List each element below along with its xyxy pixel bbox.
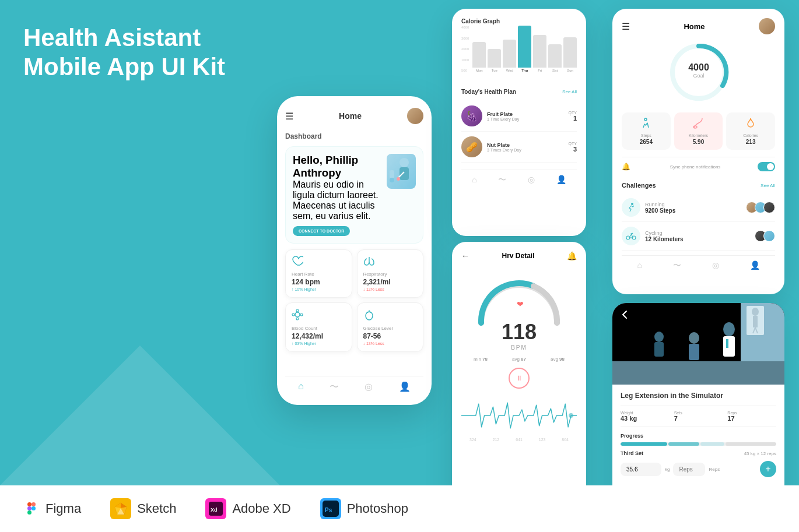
screen-hrv: ← Hrv Detail 🔔 ❤ 118 BPM min 78 avg 87 a… [452, 242, 586, 510]
nav-activity-icon[interactable]: 〜 [330, 381, 339, 393]
welcome-body: Mauris eu odio in ligula dictum laoreet.… [293, 179, 387, 221]
svg-rect-39 [654, 342, 664, 357]
health-plan-header: Today's Health Plan See All [461, 89, 577, 95]
menu-icon[interactable]: ☰ [285, 111, 293, 122]
svg-rect-37 [689, 344, 699, 360]
tool-sketch: Sketch [110, 498, 176, 519]
lung-icon [363, 256, 418, 269]
steps-icon [625, 117, 667, 132]
avatar[interactable] [407, 108, 423, 124]
svg-point-36 [689, 332, 699, 344]
glucose-icon [363, 309, 418, 323]
nav-fire[interactable]: ◎ [528, 175, 535, 185]
phone-dashboard: ☰ Home Dashboard Hello, Phillip Anthropy… [277, 96, 432, 405]
goal-circle: 4000 Goal [622, 40, 775, 104]
stat-respiratory[interactable]: Respiratory 2,321/ml ↓ 12% Less [357, 249, 424, 298]
app-title: Health Asistant Mobile App UI Kit [23, 23, 225, 82]
svg-text:❤: ❤ [517, 300, 524, 309]
challenge-running[interactable]: Running 9200 Steps [622, 193, 775, 222]
s4-nav-profile[interactable]: 👤 [750, 260, 760, 271]
svg-point-2 [400, 158, 409, 167]
calories-icon [730, 117, 772, 132]
activity-cards: Steps 2654 Kilometers 5.90 Calories 213 [622, 112, 775, 150]
tool-photoshop: Ps Photoshop [320, 498, 408, 519]
welcome-greeting: Hello, Phillip Anthropy [293, 154, 387, 179]
meal-nut[interactable]: 🥜 Nut Plate 3 Times Every Day QTY 3 [461, 132, 577, 163]
reps-input[interactable] [673, 463, 705, 476]
activity-calories[interactable]: Calories 213 [726, 112, 775, 150]
stat-blood-count[interactable]: Blood Count 12,432/ml ↑ 03% Higher [285, 302, 352, 352]
svg-rect-3 [400, 167, 409, 180]
svg-point-12 [296, 318, 299, 320]
nut-img: 🥜 [461, 136, 482, 157]
challenge-cycling[interactable]: Cycling 12 Kilometers [622, 222, 775, 251]
see-all-health[interactable]: See All [562, 89, 577, 94]
calorie-graph-title: Calorie Graph [461, 18, 577, 24]
running-avatars [746, 202, 775, 213]
svg-rect-40 [27, 502, 31, 506]
svg-point-29 [752, 308, 759, 316]
input-row: kg Reps + [621, 461, 776, 477]
svg-point-11 [292, 313, 295, 316]
connect-button[interactable]: CONNECT TO DOCTOR [293, 226, 350, 236]
photoshop-icon: Ps [320, 498, 341, 519]
svg-rect-34 [723, 336, 735, 357]
nav-home[interactable]: ⌂ [472, 175, 476, 185]
tool-figma: Figma [23, 501, 81, 517]
svg-point-33 [723, 322, 735, 336]
svg-text:Ps: Ps [325, 507, 332, 513]
sync-row: 🔔 Sync phone notifications [622, 157, 775, 176]
progress-section: Progress [621, 433, 776, 446]
nav-profile-icon[interactable]: 👤 [399, 381, 411, 393]
svg-point-21 [631, 203, 633, 205]
stat-glucose[interactable]: Glucose Level 87-56 ↓ 13% Less [357, 302, 424, 352]
screen-calorie-health: Calorie Graph 4000 3000 2000 1000 500 Mo… [452, 9, 586, 236]
s4-nav-fire[interactable]: ◎ [712, 260, 719, 271]
activity-km[interactable]: Kilometers 5.90 [674, 112, 723, 150]
svg-rect-30 [753, 316, 758, 327]
cycling-avatars [755, 230, 775, 242]
screen4-menu[interactable]: ☰ [622, 21, 630, 32]
figma-label: Figma [45, 501, 81, 516]
ex-reps: Reps 17 [727, 411, 776, 422]
nav-fire-icon[interactable]: ◎ [365, 381, 373, 393]
svg-text:Xd: Xd [211, 507, 218, 513]
meal-fruit[interactable]: 🍇 Fruit Plate 1 Time Every Day QTY 1 [461, 101, 577, 132]
nav-activity[interactable]: 〜 [498, 175, 506, 185]
s4-nav-activity[interactable]: 〜 [673, 260, 681, 271]
see-all-challenges[interactable]: See All [761, 183, 775, 188]
tool-adobe-xd: Xd Adobe XD [205, 498, 290, 519]
add-button[interactable]: + [760, 461, 776, 477]
phone1-header: ☰ Home [285, 105, 423, 126]
notification-icon[interactable]: 🔔 [567, 251, 577, 260]
pause-button[interactable]: ⏸ [509, 368, 530, 389]
s4-nav-home[interactable]: ⌂ [637, 260, 642, 271]
svg-rect-42 [27, 506, 31, 510]
nav-profile[interactable]: 👤 [556, 175, 566, 185]
svg-point-5 [397, 177, 400, 181]
sketch-label: Sketch [137, 501, 176, 516]
dashboard-label: Dashboard [285, 132, 423, 140]
nav-home-icon[interactable]: ⌂ [298, 381, 304, 393]
svg-rect-6 [390, 170, 394, 178]
sync-toggle[interactable] [758, 162, 775, 171]
weight-input[interactable] [621, 463, 661, 476]
svg-point-15 [569, 413, 573, 418]
activity-steps[interactable]: Steps 2654 [622, 112, 671, 150]
svg-text:4000: 4000 [688, 62, 709, 72]
exercise-back-btn[interactable] [619, 309, 631, 323]
km-icon [678, 117, 720, 132]
svg-point-13 [366, 312, 373, 320]
svg-point-38 [654, 332, 664, 342]
third-set-row: Third Set 45 kg × 12 reps [621, 450, 776, 456]
stat-heart-rate[interactable]: Heart Rate 124 bpm ↑ 10% Higher [285, 249, 352, 298]
bottom-toolbar: Figma Sketch Xd Adobe XD [0, 485, 799, 532]
back-button[interactable]: ← [461, 251, 469, 260]
fruit-img: 🍇 [461, 105, 482, 126]
ex-sets: Sets 7 [674, 411, 723, 422]
hrv-title: Hrv Detail [502, 252, 534, 260]
hrv-stats: min 78 avg 87 avg 98 [461, 357, 577, 362]
photoshop-label: Photoshop [347, 501, 408, 516]
screen4-avatar[interactable] [759, 18, 775, 34]
progress-bar [621, 442, 776, 446]
